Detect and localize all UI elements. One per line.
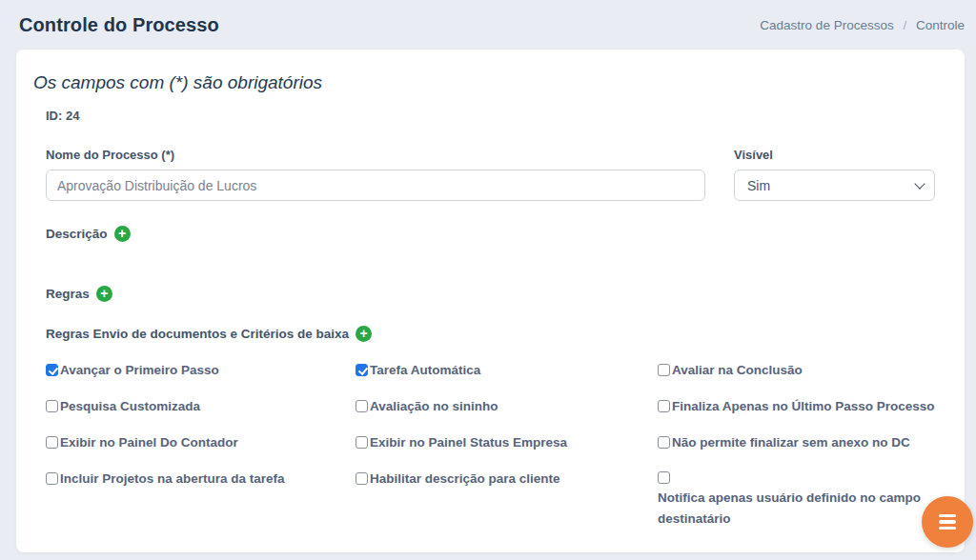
breadcrumb: Cadastro de Processos / Controle	[760, 18, 965, 32]
checkbox-icon[interactable]	[46, 364, 58, 376]
process-name-input[interactable]	[46, 170, 705, 201]
checkbox-label: Exibir no Painel Do Contador	[60, 435, 238, 450]
checkbox-icon[interactable]	[46, 400, 58, 412]
menu-icon	[939, 520, 956, 524]
checkbox-icon[interactable]	[46, 436, 58, 449]
checkbox-label: Não permite finalizar sem anexo no DC	[672, 435, 910, 450]
menu-icon	[939, 514, 956, 518]
checkbox-label: Avaliar na Conclusão	[672, 363, 803, 377]
form-body: ID: 24 Nome do Processo (*) Visível Sim …	[46, 109, 935, 552]
visible-label: Visível	[734, 148, 935, 162]
checkbox-habilitar-descricao-cliente[interactable]: Habilitar descrição para cliente	[356, 471, 658, 530]
page-title: Controle do Processo	[19, 14, 219, 36]
checkbox-icon[interactable]	[356, 472, 368, 485]
process-name-group: Nome do Processo (*)	[46, 148, 705, 201]
checkbox-icon[interactable]	[658, 364, 670, 376]
checkbox-avancar-primeiro-passo[interactable]: Avançar o Primeiro Passo	[46, 363, 356, 377]
checkbox-exibir-painel-contador[interactable]: Exibir no Painel Do Contador	[46, 435, 356, 450]
visible-group: Visível Sim	[734, 148, 935, 201]
checkbox-exibir-painel-status-empresa[interactable]: Exibir no Painel Status Empresa	[356, 435, 658, 450]
checkbox-label: Finaliza Apenas no Último Passo Processo	[672, 399, 935, 413]
section-regras-envio: Regras Envio de documentos e Critérios d…	[46, 324, 935, 343]
checkbox-finaliza-ultimo-passo[interactable]: Finaliza Apenas no Último Passo Processo	[658, 399, 935, 413]
process-name-label: Nome do Processo (*)	[46, 148, 705, 162]
section-descricao: Descrição +	[46, 224, 935, 243]
checkbox-incluir-projetos[interactable]: Incluir Projetos na abertura da tarefa	[46, 471, 356, 530]
checkbox-label: Tarefa Automática	[370, 363, 480, 377]
section-regras: Regras +	[46, 284, 935, 303]
checkbox-icon[interactable]	[356, 436, 368, 449]
descricao-label: Descrição	[46, 227, 108, 241]
checkbox-label: Avançar o Primeiro Passo	[60, 363, 219, 377]
checkbox-icon[interactable]	[658, 400, 670, 412]
breadcrumb-parent-link[interactable]: Cadastro de Processos	[760, 18, 893, 32]
process-form-card: Os campos com (*) são obrigatórios ID: 2…	[16, 50, 965, 552]
breadcrumb-current: Controle	[916, 18, 965, 32]
regras-envio-label: Regras Envio de documentos e Critérios d…	[46, 327, 349, 341]
checkbox-icon[interactable]	[356, 400, 368, 412]
add-descricao-button plus-circle-icon[interactable]: +	[114, 226, 131, 242]
fab-menu-button[interactable]	[922, 496, 973, 548]
checkbox-label: Habilitar descrição para cliente	[370, 471, 560, 486]
checkbox-icon[interactable]	[658, 436, 670, 449]
visible-select[interactable]: Sim	[734, 170, 935, 201]
checkbox-icon[interactable]	[46, 472, 58, 485]
checkbox-avaliar-na-conclusao[interactable]: Avaliar na Conclusão	[658, 363, 935, 377]
regras-label: Regras	[46, 287, 90, 301]
add-regras-envio-button plus-circle-icon[interactable]: +	[356, 326, 372, 342]
checkbox-label: Incluir Projetos na abertura da tarefa	[60, 471, 285, 486]
visible-select-wrap: Sim	[734, 170, 935, 201]
checkbox-label: Notifica apenas usuário definido no camp…	[658, 488, 935, 530]
menu-icon	[939, 527, 956, 530]
page-header: Controle do Processo Cadastro de Process…	[0, 0, 976, 42]
checkbox-pesquisa-customizada[interactable]: Pesquisa Customizada	[46, 399, 356, 413]
checkbox-label: Pesquisa Customizada	[60, 399, 200, 413]
checkbox-icon[interactable]	[658, 471, 670, 484]
add-regras-button plus-circle-icon[interactable]: +	[96, 286, 112, 302]
checkbox-nao-permite-finalizar-sem-anexo[interactable]: Não permite finalizar sem anexo no DC	[658, 435, 935, 450]
checkbox-grid: Avançar o Primeiro Passo Tarefa Automáti…	[46, 363, 935, 552]
checkbox-tarefa-automatica[interactable]: Tarefa Automática	[356, 363, 658, 377]
required-fields-note: Os campos com (*) são obrigatórios	[33, 72, 935, 93]
record-id: ID: 24	[46, 109, 935, 123]
checkbox-label: Avaliação no sininho	[370, 399, 498, 413]
checkbox-label: Exibir no Painel Status Empresa	[370, 435, 567, 450]
checkbox-notifica-apenas-usuario[interactable]: Notifica apenas usuário definido no camp…	[658, 471, 935, 530]
checkbox-avaliacao-no-sininho[interactable]: Avaliação no sininho	[356, 399, 658, 413]
checkbox-icon[interactable]	[356, 364, 368, 376]
breadcrumb-separator: /	[903, 18, 906, 32]
name-visible-row: Nome do Processo (*) Visível Sim	[46, 148, 935, 201]
